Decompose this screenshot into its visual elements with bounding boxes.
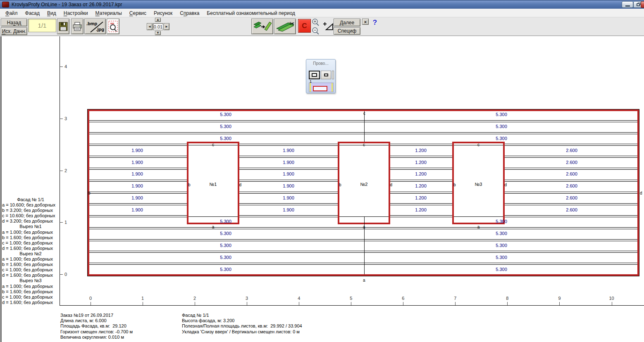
- spec-button[interactable]: Специф: [334, 27, 360, 35]
- page-indicator-field[interactable]: 1/1: [28, 19, 56, 32]
- x-axis-baseline: [60, 305, 644, 306]
- menu-item-1[interactable]: Файл: [2, 10, 21, 17]
- x-axis-tick: [559, 302, 560, 305]
- cutout-name: №3: [454, 182, 503, 187]
- menu-item-3[interactable]: Вид: [43, 10, 60, 17]
- rectangle-cutout-icon: [324, 74, 328, 76]
- x-axis-tick: [91, 302, 91, 305]
- minimize-icon: [625, 5, 630, 7]
- cutout-edge-label-bottom: a: [454, 225, 503, 229]
- cutout-3: cbda№3: [452, 142, 505, 224]
- x-axis-tick: [143, 302, 143, 305]
- sheet-length-label: 5.300: [212, 112, 239, 117]
- sheet-cut-button[interactable]: ✂: [274, 19, 296, 34]
- close-button[interactable]: [641, 1, 644, 8]
- sheet-length-label: 1.900: [124, 183, 150, 189]
- sheet-length-label: 1.200: [408, 159, 434, 165]
- sheets-arrow-icon: [253, 20, 272, 33]
- menu-item-2[interactable]: Фасад: [21, 10, 43, 17]
- x-axis-tick: [612, 302, 612, 305]
- menu-item-9[interactable]: Бесплатный ознакомительный период: [203, 10, 299, 17]
- sheet-length-label: 5.300: [488, 112, 515, 117]
- export-bmp-jpg-button[interactable]: .bmp .jpg: [84, 19, 106, 34]
- x-axis-label: 1: [134, 296, 151, 301]
- sheet-length-label: 1.900: [124, 159, 150, 165]
- help-button[interactable]: ?: [371, 19, 379, 27]
- facade-edge-label-bottom: a: [363, 278, 365, 283]
- zoom-out-button[interactable]: [311, 27, 320, 36]
- edge-strip-icon: [310, 83, 311, 92]
- shape-option-2-button[interactable]: [321, 71, 331, 79]
- sheet-length-label: 5.300: [488, 135, 515, 141]
- status-line: Величина округления: 0.010 м: [60, 335, 180, 340]
- status-line: Площадь Фасада, кв.м: 29.120: [60, 323, 180, 329]
- facade-edge-label-top: c: [363, 112, 365, 116]
- menu-item-6[interactable]: Сервис: [126, 10, 150, 17]
- step-up-button[interactable]: ▲: [155, 18, 161, 22]
- zoom-in-button[interactable]: [311, 18, 320, 27]
- x-axis-label: 4: [291, 296, 307, 301]
- floppy-disk-icon: [59, 22, 68, 31]
- minimize-button[interactable]: [622, 1, 633, 8]
- sheet-length-label: 1.200: [408, 183, 434, 189]
- close-panel-button[interactable]: ×: [362, 19, 369, 25]
- sheet-length-label: 1.900: [275, 207, 302, 213]
- add-shape-button[interactable]: [321, 19, 334, 33]
- menu-item-8[interactable]: Справка: [176, 10, 203, 17]
- shape-option-1-button[interactable]: [309, 71, 320, 79]
- sheet-length-label: 2.600: [558, 171, 585, 177]
- facade-edge-label-right: d: [640, 191, 642, 195]
- status-line: Длина листа, м: 6.000: [60, 318, 180, 323]
- slash-icon: [85, 19, 106, 35]
- sheet-length-label: 5.300: [488, 230, 515, 236]
- step-value-field[interactable]: 0.01: [153, 23, 163, 30]
- status-line: Высота фасада, м: 3.200: [182, 318, 355, 323]
- sheet-length-label: 1.900: [275, 195, 302, 201]
- x-axis-label: 0: [82, 296, 99, 301]
- menu-item-5[interactable]: Материалы: [92, 10, 126, 17]
- printer-icon: [72, 22, 82, 31]
- status-line: Заказ №19 от 26.09.2017: [60, 313, 180, 318]
- y-axis-label: 0: [64, 272, 67, 277]
- step-down-button[interactable]: ▼: [155, 31, 161, 35]
- shape-option-3-button[interactable]: [332, 71, 334, 79]
- sheet-row-separator: [88, 239, 639, 241]
- back-button[interactable]: Назад: [1, 19, 27, 26]
- step-value: 0.01: [154, 24, 162, 29]
- menu-item-7[interactable]: Рисунок: [150, 10, 176, 17]
- sheet-length-label: 5.300: [212, 124, 239, 129]
- source-data-button[interactable]: Исх. Данн.: [1, 27, 27, 35]
- title-bar[interactable]: KrovlyaProfy OnLine - 19 Заказ от 26.09.…: [0, 0, 644, 9]
- x-axis-label: 8: [499, 296, 515, 301]
- color-c-button[interactable]: C: [298, 19, 311, 33]
- y-axis-tick: [60, 274, 63, 275]
- window-title: KrovlyaProfy OnLine - 19 Заказ от 26.09.…: [12, 2, 122, 7]
- cutout-2: cbda№2: [338, 142, 390, 224]
- menu-item-4[interactable]: Настройки: [60, 10, 92, 17]
- next-button[interactable]: Далее: [334, 19, 360, 26]
- sheet-row-separator: [88, 251, 639, 253]
- cutout-edge-label-top: c: [188, 143, 238, 147]
- y-axis-label: 2: [64, 168, 67, 173]
- cutout-1: cbda№1: [187, 142, 239, 224]
- print-preview-button[interactable]: [107, 19, 119, 34]
- c-button-label: C: [302, 22, 307, 30]
- cutout-name: №1: [188, 182, 238, 187]
- spec-button-label: Специф: [338, 28, 356, 34]
- y-axis-label: 3: [64, 116, 67, 121]
- status-block-left: Заказ №19 от 26.09.2017Длина листа, м: 6…: [60, 313, 180, 340]
- help-icon: ?: [373, 19, 377, 27]
- sheet-layout-button[interactable]: [251, 19, 273, 34]
- sheet-length-label: 1.200: [408, 195, 434, 201]
- step-right-button[interactable]: ►: [164, 23, 169, 30]
- step-left-button[interactable]: ◄: [147, 23, 153, 30]
- print-button[interactable]: [71, 19, 83, 34]
- shape-palette[interactable]: Прово... 1: [306, 59, 336, 93]
- zoom-in-icon: [311, 18, 320, 27]
- zoom-out-icon: [311, 27, 320, 36]
- sheet-length-label: 1.200: [408, 207, 434, 213]
- sheet-row-separator: [88, 132, 639, 134]
- sheet-length-label: 2.600: [558, 195, 585, 201]
- save-button[interactable]: [57, 19, 69, 34]
- sheet-length-label: 5.300: [212, 135, 239, 141]
